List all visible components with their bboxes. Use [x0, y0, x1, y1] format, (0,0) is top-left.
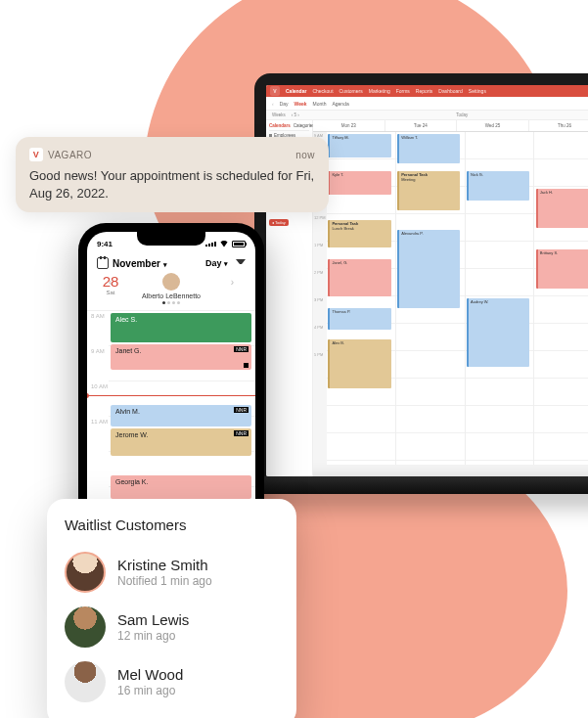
nav-reports[interactable]: Reports [416, 88, 433, 94]
event[interactable]: Nick G. [467, 171, 529, 201]
nav-marketing[interactable]: Marketing [369, 88, 390, 94]
filter-icon[interactable] [236, 259, 246, 268]
view-selector[interactable]: Day ▾ [205, 258, 228, 268]
event[interactable]: Janet G.NNR [111, 344, 251, 370]
now-indicator [87, 395, 255, 396]
customer-avatar [65, 606, 106, 648]
employee-pager[interactable]: ‹ › Alberto LeBennetto [124, 273, 218, 304]
push-notification[interactable]: V VAGARO now Good news! Your appointment… [16, 137, 329, 212]
event[interactable]: Alec S. [111, 313, 251, 342]
day-column[interactable]: Nick G. Audrey W. [466, 132, 535, 465]
customer-status: Notified 1 min ago [117, 574, 212, 588]
view-month[interactable]: Month [313, 101, 327, 107]
customer-avatar [65, 552, 106, 593]
event[interactable]: Jerome W.NNR [111, 428, 251, 456]
customer-name: Sam Lewis [117, 611, 189, 628]
day-column[interactable]: William T. Personal TaskMeeting Alexandr… [396, 132, 466, 465]
waitlist-row[interactable]: Kristine Smith Notified 1 min ago [65, 545, 279, 600]
nav-forms[interactable]: Forms [396, 88, 410, 94]
event[interactable]: Alex B. [328, 339, 390, 388]
day-column[interactable]: Jack H. Brittany S. [534, 132, 588, 465]
event[interactable]: Audrey W. [467, 298, 529, 367]
event[interactable]: Thomas P. [328, 308, 390, 330]
view-mode-bar: ‹ Day Week Month Agenda ‹ Nov 23, 2020 -… [266, 97, 588, 111]
customer-status: 12 min ago [117, 629, 189, 643]
nav-checkout[interactable]: Checkout [312, 88, 333, 94]
event[interactable]: Tiffany M. [328, 134, 390, 157]
nav-calendar[interactable]: Calendar [286, 88, 306, 94]
pager-next-icon[interactable]: › [231, 277, 234, 288]
event[interactable]: Janel, G. [328, 259, 390, 296]
waitlist-row[interactable]: Sam Lewis 12 min ago [65, 600, 279, 654]
month-selector[interactable]: November ▾ [113, 258, 167, 269]
laptop-base [225, 476, 588, 494]
vagaro-app-icon: V [29, 148, 43, 161]
day-column[interactable]: Tiffany M. Kyle T. Personal TaskLunch Br… [327, 132, 396, 465]
waitlist-title: Waitlist Customers [65, 516, 279, 533]
event[interactable]: Georgia K. [111, 475, 251, 499]
today-link[interactable]: Today [456, 112, 468, 117]
event[interactable]: Alexandra P. [397, 230, 460, 308]
notification-app-name: VAGARO [48, 150, 92, 160]
customer-name: Mel Wood [117, 666, 183, 683]
event[interactable]: Kyle T. [328, 171, 390, 195]
nav-customers[interactable]: Customers [339, 88, 363, 94]
day-header[interactable]: Wed 25 [457, 120, 529, 131]
calendar-icon[interactable] [97, 257, 109, 269]
view-agenda[interactable]: Agenda [332, 101, 348, 107]
weeks-label: Weeks [272, 112, 286, 117]
event[interactable]: Brittany S. [536, 249, 588, 289]
customer-status: 16 min ago [117, 684, 183, 697]
event[interactable]: Jack H. [536, 189, 588, 228]
sidebar-tab-categories[interactable]: Categories [294, 123, 315, 128]
customer-name: Kristine Smith [117, 557, 212, 573]
view-day[interactable]: Day [280, 101, 289, 107]
signal-icon [205, 242, 216, 247]
event[interactable]: William T. [397, 134, 460, 163]
time-gutter: 8 AM9 AM10 AM11 AM [87, 311, 109, 452]
nav-settings[interactable]: Settings [469, 88, 486, 94]
wifi-icon [219, 241, 229, 247]
view-week[interactable]: Week [294, 101, 307, 107]
day-header[interactable]: Mon 23 [313, 120, 385, 131]
waitlist-card: Waitlist Customers Kristine Smith Notifi… [47, 499, 296, 718]
day-header[interactable]: Tue 24 [385, 120, 458, 131]
day-header[interactable]: Thu 26 [529, 120, 588, 131]
pager-dots [124, 301, 218, 304]
status-time: 9:41 [97, 240, 113, 248]
event[interactable]: Personal TaskMeeting [397, 171, 460, 210]
event[interactable]: Alvin M.NNR [111, 405, 251, 426]
calendar-header: November ▾ Day ▾ [87, 253, 255, 273]
sidebar-tab-calendars[interactable]: Calendars [269, 123, 291, 128]
employee-avatar [162, 273, 180, 291]
nav-dashboard[interactable]: Dashboard [438, 88, 462, 94]
customer-avatar [65, 661, 106, 702]
notification-time: now [295, 150, 315, 160]
event[interactable]: Personal TaskLunch Break [328, 220, 390, 247]
employee-name: Alberto LeBennetto [124, 292, 218, 299]
notification-body: Good news! Your appointment is scheduled… [29, 167, 315, 202]
waitlist-row[interactable]: Mel Wood 16 min ago [65, 654, 279, 709]
battery-icon [232, 241, 246, 247]
pager-prev-icon[interactable]: ‹ [109, 277, 112, 288]
week-prev[interactable]: ‹ 5 › [292, 112, 299, 117]
today-button[interactable]: ◂ Today [269, 219, 289, 226]
top-nav-bar: V Calendar Checkout Customers Marketing … [266, 85, 588, 97]
vagaro-logo-icon: V [270, 86, 280, 96]
